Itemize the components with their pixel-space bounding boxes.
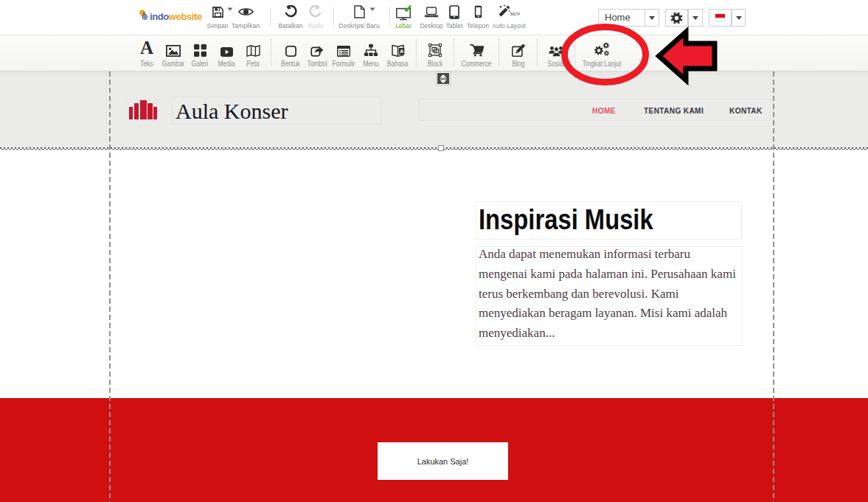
svg-text:A: A <box>400 48 404 55</box>
svg-text:BETA: BETA <box>510 12 520 16</box>
